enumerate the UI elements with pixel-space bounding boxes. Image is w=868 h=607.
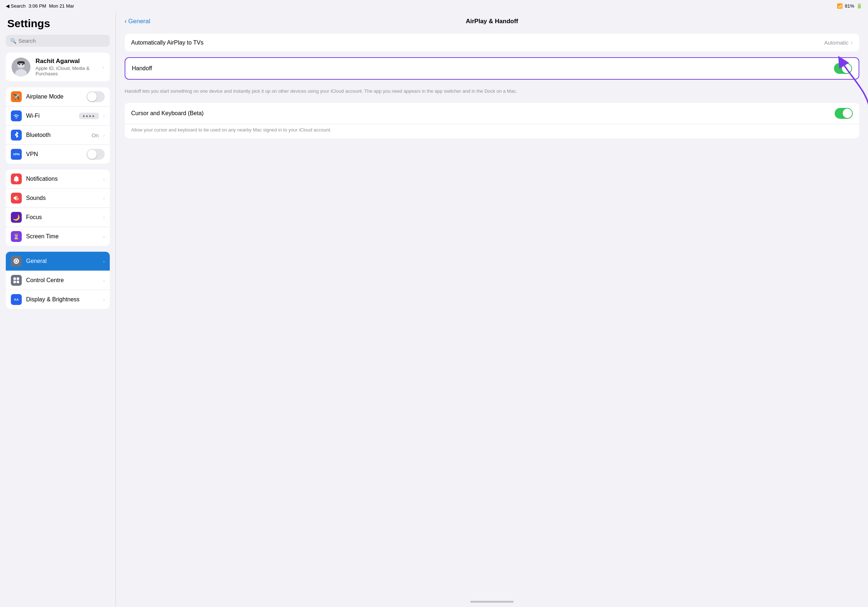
notifications-icon bbox=[11, 173, 22, 184]
handoff-toggle[interactable] bbox=[834, 63, 852, 74]
status-left: ◀ Search 3:06 PM Mon 21 Mar bbox=[6, 3, 74, 9]
handoff-section-wrapper: Handoff Handoff lets you start something… bbox=[125, 57, 859, 100]
search-bar[interactable]: 🔍 bbox=[6, 35, 110, 47]
notifications-chevron: › bbox=[103, 177, 105, 182]
wifi-status-icon: 📶 bbox=[837, 3, 843, 9]
profile-name: Rachit Agarwal bbox=[36, 57, 98, 65]
vpn-toggle[interactable] bbox=[87, 149, 105, 160]
back-button[interactable]: ‹ General bbox=[125, 17, 150, 25]
airplane-toggle[interactable] bbox=[87, 91, 105, 102]
airplay-tvs-row[interactable]: Automatically AirPlay to TVs Automatic › bbox=[125, 34, 859, 51]
vpn-icon: VPN bbox=[11, 149, 22, 160]
svg-rect-8 bbox=[18, 67, 24, 68]
bluetooth-label: Bluetooth bbox=[26, 132, 87, 138]
cursor-keyboard-description: Allow your cursor and keyboard to be use… bbox=[125, 124, 859, 139]
wifi-icon bbox=[11, 110, 22, 121]
profile-subtitle: Apple ID, iCloud, Media & Purchases bbox=[36, 65, 98, 76]
general-group: General › Control Centre › AA Display & bbox=[6, 252, 110, 309]
svg-rect-10 bbox=[17, 277, 19, 280]
airplay-card: Automatically AirPlay to TVs Automatic › bbox=[125, 34, 859, 51]
airplane-label: Airplane Mode bbox=[26, 93, 82, 100]
sidebar: Settings 🔍 Rachit bbox=[0, 12, 116, 607]
content-body: Automatically AirPlay to TVs Automatic ›… bbox=[116, 31, 868, 159]
sounds-icon bbox=[11, 193, 22, 204]
battery-icon: 🔋 bbox=[856, 3, 862, 9]
control-centre-chevron: › bbox=[103, 278, 105, 283]
control-centre-icon bbox=[11, 275, 22, 286]
sidebar-item-vpn[interactable]: VPN VPN bbox=[6, 145, 110, 164]
control-centre-label: Control Centre bbox=[26, 277, 99, 283]
bluetooth-icon bbox=[11, 130, 22, 141]
wifi-chevron: › bbox=[103, 113, 105, 119]
avatar bbox=[12, 57, 30, 76]
back-button-label: General bbox=[128, 18, 150, 25]
profile-chevron: › bbox=[102, 65, 104, 70]
general-chevron: › bbox=[103, 259, 105, 264]
keyboard-card: Cursor and Keyboard (Beta) Allow your cu… bbox=[125, 103, 859, 139]
handoff-label: Handoff bbox=[132, 65, 834, 72]
focus-chevron: › bbox=[103, 215, 105, 220]
vpn-label: VPN bbox=[26, 151, 82, 158]
display-chevron: › bbox=[103, 297, 105, 302]
handoff-row[interactable]: Handoff bbox=[126, 58, 859, 79]
focus-icon: 🌙 bbox=[11, 212, 22, 223]
content-header: ‹ General AirPlay & Handoff bbox=[116, 12, 868, 31]
sidebar-item-screen-time[interactable]: ⏳ Screen Time › bbox=[6, 227, 110, 246]
screen-time-chevron: › bbox=[103, 234, 105, 239]
battery-percentage: 81% bbox=[845, 3, 854, 9]
status-right: 📶 81% 🔋 bbox=[837, 3, 862, 9]
svg-point-3 bbox=[19, 64, 20, 65]
content-area: ‹ General AirPlay & Handoff Automaticall… bbox=[116, 12, 868, 607]
svg-rect-6 bbox=[17, 62, 19, 65]
focus-label: Focus bbox=[26, 214, 99, 221]
sidebar-item-focus[interactable]: 🌙 Focus › bbox=[6, 208, 110, 227]
status-time: 3:06 PM bbox=[29, 3, 46, 9]
profile-card[interactable]: Rachit Agarwal Apple ID, iCloud, Media &… bbox=[6, 53, 110, 82]
cursor-keyboard-label: Cursor and Keyboard (Beta) bbox=[131, 110, 835, 117]
screen-time-icon: ⏳ bbox=[11, 231, 22, 242]
back-search[interactable]: ◀ Search bbox=[6, 3, 26, 9]
sidebar-item-notifications[interactable]: Notifications › bbox=[6, 169, 110, 189]
home-indicator bbox=[470, 601, 514, 603]
status-date: Mon 21 Mar bbox=[49, 3, 74, 9]
sidebar-item-airplane[interactable]: ✈️ Airplane Mode bbox=[6, 87, 110, 107]
display-label: Display & Brightness bbox=[26, 296, 99, 303]
sidebar-item-sounds[interactable]: Sounds › bbox=[6, 189, 110, 208]
screen-time-label: Screen Time bbox=[26, 233, 99, 240]
svg-rect-7 bbox=[23, 62, 25, 65]
notifications-group: Notifications › Sounds › 🌙 Focus › ⏳ Scr bbox=[6, 169, 110, 246]
cursor-keyboard-row[interactable]: Cursor and Keyboard (Beta) bbox=[125, 103, 859, 124]
notifications-label: Notifications bbox=[26, 176, 99, 182]
sidebar-title: Settings bbox=[6, 17, 110, 30]
sidebar-item-general[interactable]: General › bbox=[6, 252, 110, 271]
airplane-icon: ✈️ bbox=[11, 91, 22, 102]
cursor-keyboard-toggle[interactable] bbox=[835, 108, 853, 119]
search-icon: 🔍 bbox=[10, 38, 16, 44]
svg-rect-9 bbox=[13, 277, 16, 280]
svg-rect-5 bbox=[18, 61, 24, 63]
back-chevron-icon: ‹ bbox=[125, 17, 127, 25]
svg-rect-12 bbox=[17, 281, 19, 283]
bluetooth-value: On bbox=[91, 132, 99, 138]
airplay-tvs-chevron: › bbox=[851, 39, 853, 46]
general-label: General bbox=[26, 258, 99, 265]
status-bar: ◀ Search 3:06 PM Mon 21 Mar 📶 81% 🔋 bbox=[0, 0, 868, 12]
general-icon bbox=[11, 256, 22, 266]
handoff-card: Handoff bbox=[125, 57, 859, 80]
sidebar-item-display[interactable]: AA Display & Brightness › bbox=[6, 290, 110, 309]
sidebar-item-wifi[interactable]: Wi-Fi ●●●● › bbox=[6, 107, 110, 126]
display-icon: AA bbox=[11, 294, 22, 305]
handoff-description: Handoff lets you start something on one … bbox=[125, 85, 859, 100]
sidebar-item-bluetooth[interactable]: Bluetooth On › bbox=[6, 126, 110, 145]
profile-info: Rachit Agarwal Apple ID, iCloud, Media &… bbox=[36, 57, 98, 76]
search-input[interactable] bbox=[19, 38, 105, 44]
connectivity-group: ✈️ Airplane Mode Wi-Fi ●●●● › bbox=[6, 87, 110, 164]
sounds-chevron: › bbox=[103, 195, 105, 201]
svg-rect-11 bbox=[13, 281, 16, 283]
wifi-label: Wi-Fi bbox=[26, 113, 74, 119]
app-container: Settings 🔍 Rachit bbox=[0, 12, 868, 607]
sidebar-item-control-centre[interactable]: Control Centre › bbox=[6, 271, 110, 290]
page-title: AirPlay & Handoff bbox=[466, 18, 518, 25]
bluetooth-chevron: › bbox=[103, 133, 105, 138]
airplay-tvs-value: Automatic bbox=[824, 39, 848, 46]
